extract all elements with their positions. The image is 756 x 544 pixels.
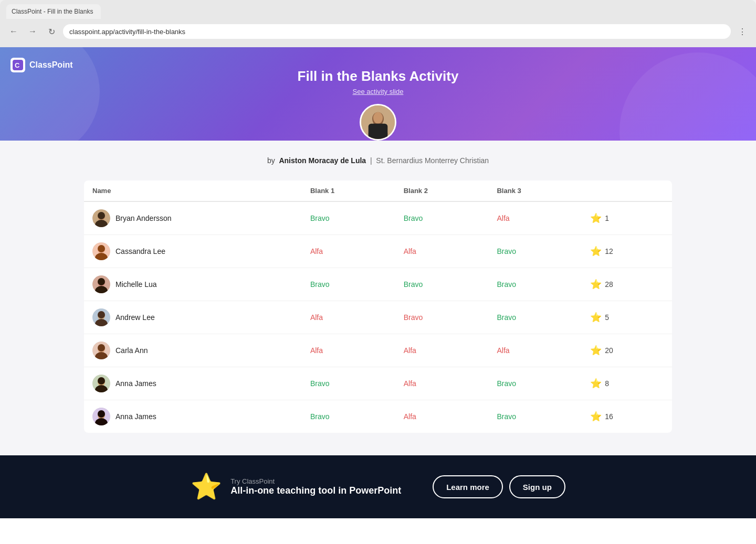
col-header-blank2: Blank 2	[395, 180, 489, 201]
address-bar[interactable]: classpoint.app/activity/fill-in-the-blan…	[63, 24, 731, 39]
svg-text:C: C	[15, 61, 20, 69]
footer-buttons: Learn more Sign up	[433, 475, 565, 498]
tab-label: ClassPoint - Fill in the Blanks	[12, 8, 93, 15]
table-row: Bryan Andersson Bravo Bravo Alfa ⭐ 1	[84, 201, 672, 235]
blank3-answer: Bravo	[488, 235, 582, 268]
student-name: Michelle Lua	[116, 280, 157, 289]
svg-point-5	[373, 112, 383, 124]
see-activity-slide-link[interactable]: See activity slide	[353, 88, 404, 95]
star-icon: ⭐	[590, 279, 602, 290]
main-content: by Aniston Moracay de Lula | St. Bernard…	[0, 141, 756, 455]
refresh-button[interactable]: ↻	[44, 24, 59, 39]
author-school: St. Bernardius Monterrey Christian	[376, 156, 489, 165]
footer-star-icon: ⭐	[191, 472, 222, 502]
star-count: 16	[605, 412, 613, 421]
table-row: Carla Ann Alfa Alfa Alfa ⭐ 20	[84, 334, 672, 367]
star-icon: ⭐	[590, 411, 602, 422]
col-header-blank3: Blank 3	[488, 180, 582, 201]
header-banner: C ClassPoint Fill in the Blanks Activity…	[0, 47, 756, 141]
learn-more-button[interactable]: Learn more	[433, 475, 503, 498]
student-avatar	[92, 342, 110, 359]
forward-button[interactable]: →	[25, 24, 40, 39]
logo-text: ClassPoint	[29, 60, 73, 70]
browser-tabs: ClassPoint - Fill in the Blanks	[6, 4, 750, 19]
star-count: 5	[605, 313, 609, 322]
author-name: Aniston Moracay de Lula	[279, 156, 366, 165]
footer-try-label: Try ClassPoint	[230, 477, 401, 485]
table-row: Anna James Bravo Alfa Bravo ⭐ 8	[84, 367, 672, 400]
star-icon: ⭐	[590, 378, 602, 389]
footer-left: ⭐ Try ClassPoint All-in-one teaching too…	[191, 472, 401, 502]
blank2-answer: Bravo	[395, 268, 489, 301]
student-name-cell: Carla Ann	[84, 334, 302, 367]
star-count: 28	[605, 280, 613, 289]
star-icon: ⭐	[590, 345, 602, 356]
by-label: by	[267, 156, 275, 165]
student-name: Andrew Lee	[116, 313, 155, 322]
svg-point-17	[98, 278, 105, 285]
blank2-answer: Alfa	[395, 235, 489, 268]
address-text: classpoint.app/activity/fill-in-the-blan…	[69, 28, 185, 36]
blank3-answer: Bravo	[488, 367, 582, 400]
student-avatar	[92, 308, 110, 326]
blank2-answer: Bravo	[395, 201, 489, 235]
star-icon: ⭐	[590, 212, 602, 224]
banner-title: Fill in the Blanks Activity	[298, 68, 459, 84]
star-count-cell: ⭐ 8	[582, 367, 672, 400]
star-count: 8	[605, 379, 609, 388]
col-header-stars	[582, 180, 672, 201]
star-icon: ⭐	[590, 312, 602, 323]
footer-banner: ⭐ Try ClassPoint All-in-one teaching too…	[0, 455, 756, 518]
svg-rect-6	[369, 124, 388, 139]
star-count: 1	[605, 214, 609, 222]
student-name-cell: Andrew Lee	[84, 301, 302, 334]
author-line: by Aniston Moracay de Lula | St. Bernard…	[84, 156, 672, 165]
table-row: Michelle Lua Bravo Bravo Bravo ⭐ 28	[84, 268, 672, 301]
student-avatar	[92, 242, 110, 260]
student-name: Anna James	[116, 379, 156, 388]
svg-point-9	[98, 212, 105, 219]
student-name: Cassandra Lee	[116, 247, 165, 255]
student-avatar	[92, 209, 110, 227]
back-button[interactable]: ←	[6, 24, 21, 39]
browser-tab[interactable]: ClassPoint - Fill in the Blanks	[6, 4, 101, 19]
star-count-cell: ⭐ 12	[582, 235, 672, 268]
table-row: Cassandra Lee Alfa Alfa Bravo ⭐ 12	[84, 235, 672, 268]
author-separator: |	[370, 156, 372, 165]
blank3-answer: Alfa	[488, 334, 582, 367]
blank1-answer: Bravo	[302, 268, 395, 301]
browser-chrome: ClassPoint - Fill in the Blanks ← → ↻ cl…	[0, 0, 756, 47]
blank3-answer: Bravo	[488, 400, 582, 433]
student-avatar	[92, 408, 110, 425]
col-header-name: Name	[84, 180, 302, 201]
star-count-cell: ⭐ 20	[582, 334, 672, 367]
blank1-answer: Bravo	[302, 400, 395, 433]
col-header-blank1: Blank 1	[302, 180, 395, 201]
table-row: Andrew Lee Alfa Bravo Bravo ⭐ 5	[84, 301, 672, 334]
star-icon: ⭐	[590, 246, 602, 257]
footer-tagline: All-in-one teaching tool in PowerPoint	[230, 485, 401, 496]
classpoint-logo-icon: C	[10, 58, 25, 72]
table-row: Anna James Bravo Alfa Bravo ⭐ 16	[84, 400, 672, 433]
star-count: 12	[605, 247, 613, 255]
svg-point-29	[98, 377, 105, 385]
student-name-cell: Anna James	[84, 400, 302, 433]
student-avatar	[92, 375, 110, 392]
blank2-answer: Alfa	[395, 334, 489, 367]
blank3-answer: Bravo	[488, 268, 582, 301]
page-content: C ClassPoint Fill in the Blanks Activity…	[0, 47, 756, 544]
svg-point-33	[98, 410, 105, 418]
student-name-cell: Cassandra Lee	[84, 235, 302, 268]
table-header-row: Name Blank 1 Blank 2 Blank 3	[84, 180, 672, 201]
blank1-answer: Alfa	[302, 301, 395, 334]
sign-up-button[interactable]: Sign up	[509, 475, 565, 498]
blank3-answer: Bravo	[488, 301, 582, 334]
browser-menu-button[interactable]: ⋮	[735, 24, 750, 39]
student-avatar	[92, 275, 110, 293]
star-count: 20	[605, 346, 613, 355]
blank1-answer: Bravo	[302, 367, 395, 400]
results-table: Name Blank 1 Blank 2 Blank 3 Bryan Ander…	[84, 180, 672, 433]
star-count-cell: ⭐ 5	[582, 301, 672, 334]
teacher-avatar	[360, 104, 396, 141]
student-name-cell: Michelle Lua	[84, 268, 302, 301]
